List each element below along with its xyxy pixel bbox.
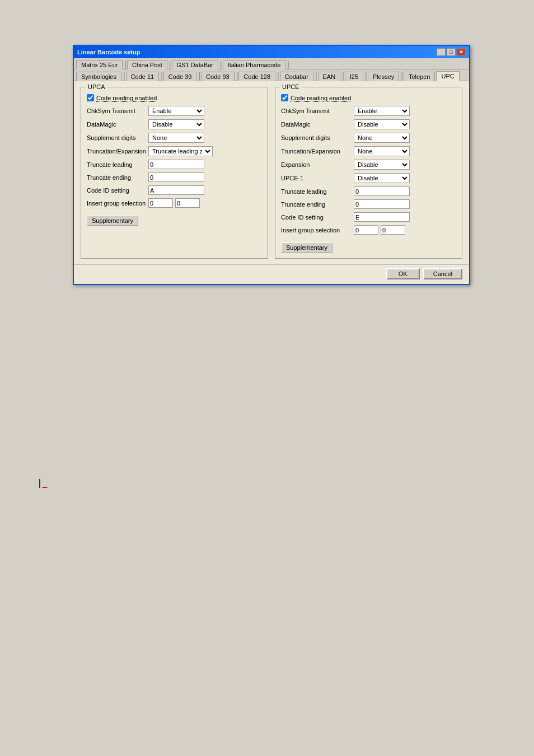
upce-supplement-label: Supplement digits — [281, 134, 354, 141]
upce-group: UPCE Code reading enabled ChkSym Transmi… — [275, 87, 462, 259]
upce-truncation-select[interactable]: None Expand — [354, 146, 410, 156]
upce-insert-group-inputs — [354, 225, 405, 235]
sep9: | — [277, 71, 279, 80]
upce-truncate-ending-row: Truncate ending — [281, 199, 456, 209]
tab-matrix25eur[interactable]: Matrix 25 Eur — [76, 60, 123, 69]
upce-expansion-select[interactable]: Enable Disable — [354, 160, 410, 170]
upca-legend: UPCA — [86, 83, 107, 90]
upca-datamagic-select[interactable]: Enable Disable — [148, 119, 204, 129]
tab-code39[interactable]: Code 39 — [163, 72, 197, 81]
tab-telepen[interactable]: Telepen — [404, 72, 435, 81]
upce-truncation-label: Truncation/Expansion — [281, 148, 354, 155]
sep10: | — [315, 71, 317, 80]
upce-upce1-select[interactable]: Enable Disable — [354, 173, 410, 183]
tab-code93[interactable]: Code 93 — [201, 72, 235, 81]
content-area: UPCA Code reading enabled ChkSym Transmi… — [74, 81, 469, 264]
tab-symbologies[interactable]: Symbologies — [76, 72, 121, 81]
upce-chksym-label: ChkSym Transmit — [281, 108, 354, 114]
ok-button[interactable]: OK — [386, 268, 420, 279]
upce-chksym-select[interactable]: Enable Disable — [354, 106, 410, 116]
upca-chksym-label: ChkSym Transmit — [87, 108, 148, 114]
tab-gs1databar[interactable]: GS1 DataBar — [172, 60, 218, 69]
main-window: Linear Barcode setup _ □ ✕ Matrix 25 Eur… — [73, 45, 470, 285]
upce-expansion-row: Expansion Enable Disable — [281, 160, 456, 170]
upce-truncation-row: Truncation/Expansion None Expand — [281, 146, 456, 156]
upca-truncation-row: Truncation/Expansion None Truncate leadi… — [87, 146, 262, 156]
sep6: | — [161, 71, 163, 80]
upca-truncate-leading-label: Truncate leading — [87, 161, 148, 168]
tab-code11[interactable]: Code 11 — [126, 72, 160, 81]
upca-supplementary-button[interactable]: Supplementary — [87, 216, 138, 226]
tab-codabar[interactable]: Codabar — [280, 72, 313, 81]
upca-code-reading-checkbox[interactable] — [87, 94, 94, 101]
tab-code128[interactable]: Code 128 — [238, 72, 275, 81]
tab-plessey[interactable]: Plessey — [368, 72, 400, 81]
sep2: | — [169, 60, 171, 69]
sep8: | — [236, 71, 238, 80]
upce-datamagic-row: DataMagic Enable Disable — [281, 119, 456, 129]
upca-supplement-row: Supplement digits None 2 5 2 or 5 — [87, 133, 262, 143]
upce-truncate-leading-input[interactable] — [354, 186, 410, 196]
button-bar: OK Cancel — [74, 264, 469, 284]
upce-truncate-leading-row: Truncate leading — [281, 186, 456, 196]
upce-chksym-row: ChkSym Transmit Enable Disable — [281, 106, 456, 116]
upce-supplement-row: Supplement digits None 2 5 2 or 5 — [281, 133, 456, 143]
maximize-button[interactable]: □ — [447, 48, 456, 56]
title-bar: Linear Barcode setup _ □ ✕ — [74, 46, 469, 58]
upce-insert-group-input2[interactable] — [381, 225, 405, 235]
upca-truncation-select[interactable]: None Truncate leading ze: Expand — [148, 146, 213, 156]
upce-legend: UPCE — [280, 83, 302, 90]
upce-insert-group-input1[interactable] — [354, 225, 378, 235]
cursor-dash: _ — [43, 479, 47, 487]
upce-upce1-label: UPCE-1 — [281, 175, 354, 181]
tab-i25[interactable]: I25 — [345, 72, 363, 81]
upca-truncate-leading-row: Truncate leading — [87, 160, 262, 169]
upca-insertgroup-label: Insert group selection — [87, 200, 148, 207]
upca-supplement-select[interactable]: None 2 5 2 or 5 — [148, 133, 204, 143]
sep4: | — [287, 60, 289, 69]
sep1: | — [124, 60, 127, 69]
upce-insertgroup-row: Insert group selection — [281, 225, 456, 235]
upca-insertgroup-row: Insert group selection — [87, 198, 262, 208]
upca-codeid-input[interactable] — [148, 185, 204, 195]
upce-upce1-row: UPCE-1 Enable Disable — [281, 173, 456, 183]
upca-truncate-ending-input[interactable] — [148, 172, 204, 182]
tab-chinapost[interactable]: China Post — [127, 60, 167, 69]
window-title: Linear Barcode setup — [77, 49, 140, 55]
minimize-button[interactable]: _ — [437, 48, 446, 56]
upca-truncate-leading-input[interactable] — [148, 160, 204, 169]
upce-datamagic-label: DataMagic — [281, 121, 354, 128]
upca-chksym-select[interactable]: Enable Disable — [148, 106, 204, 116]
upce-supplement-select[interactable]: None 2 5 2 or 5 — [354, 133, 410, 143]
upce-supplementary-button[interactable]: Supplementary — [281, 242, 332, 253]
tab-italianpharmacode[interactable]: Italian Pharmacode — [223, 60, 286, 69]
sep13: | — [401, 71, 403, 80]
sep5: | — [123, 71, 125, 80]
upce-codeid-input[interactable] — [354, 212, 410, 222]
upca-truncate-ending-label: Truncate ending — [87, 174, 148, 181]
cursor-caret — [39, 479, 40, 488]
upca-datamagic-row: DataMagic Enable Disable — [87, 119, 262, 129]
upca-insert-group-input2[interactable] — [175, 198, 200, 208]
upca-insert-group-inputs — [148, 198, 200, 208]
upca-truncate-ending-row: Truncate ending — [87, 172, 262, 182]
upce-truncate-ending-label: Truncate ending — [281, 201, 354, 208]
upca-insert-group-input1[interactable] — [148, 198, 173, 208]
title-bar-controls: _ □ ✕ — [437, 48, 466, 56]
upce-truncate-ending-input[interactable] — [354, 199, 410, 209]
sep3: | — [220, 60, 222, 69]
upce-codeid-label: Code ID setting — [281, 214, 354, 221]
upca-codeid-row: Code ID setting — [87, 185, 262, 195]
upce-code-reading-checkbox[interactable] — [281, 94, 288, 101]
desktop: Linear Barcode setup _ □ ✕ Matrix 25 Eur… — [0, 0, 534, 756]
tab-ean[interactable]: EAN — [318, 72, 341, 81]
close-button[interactable]: ✕ — [457, 48, 466, 56]
upce-insertgroup-label: Insert group selection — [281, 227, 354, 234]
upce-datamagic-select[interactable]: Enable Disable — [354, 119, 410, 129]
cancel-button[interactable]: Cancel — [423, 268, 462, 279]
tab-upc[interactable]: UPC — [436, 71, 459, 81]
upce-codeid-row: Code ID setting — [281, 212, 456, 222]
upce-expansion-label: Expansion — [281, 161, 354, 168]
tab-row-2: Symbologies | Code 11 | Code 39 | Code 9… — [74, 69, 469, 81]
cursor-area: _ — [39, 479, 47, 488]
